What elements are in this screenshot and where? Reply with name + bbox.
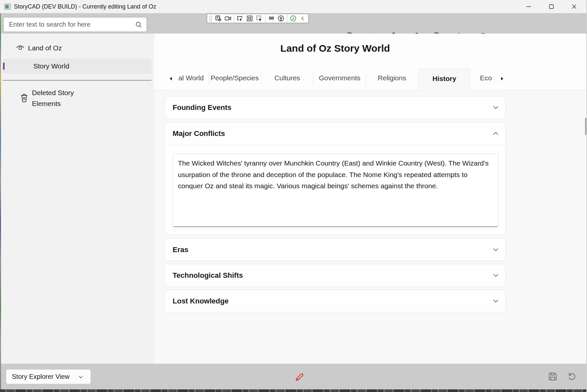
tab-physical-world[interactable]: al World <box>175 68 208 88</box>
toolbar-separator <box>234 14 234 22</box>
tab-religions[interactable]: Religions <box>366 68 418 88</box>
tab-separator <box>261 71 261 85</box>
collapse-chevron-left-icon[interactable] <box>299 14 307 22</box>
trash-icon <box>20 93 29 102</box>
desktop-edge-sliver <box>0 13 1 389</box>
chevron-down-icon <box>79 376 83 379</box>
window-bottom-edge <box>0 389 587 392</box>
section-title: Eras <box>173 239 188 261</box>
minimize-button[interactable] <box>519 0 538 13</box>
tab-people-species[interactable]: People/Species <box>210 68 260 88</box>
tab-cultures[interactable]: Cultures <box>262 68 313 88</box>
view-selector-label: Story Explorer View <box>12 373 70 380</box>
display-layout-adorners-icon[interactable] <box>246 14 253 22</box>
section-major-conflicts: Major Conflicts The Wicked Witches' tyra… <box>165 122 506 235</box>
overview-eye-icon <box>16 44 25 52</box>
chevron-down-icon <box>493 106 498 109</box>
section-technological-shifts: Technological Shifts <box>165 264 506 287</box>
section-title: Lost Knowledge <box>173 290 229 312</box>
tab-governments[interactable]: Governments <box>314 68 366 88</box>
tab-separator <box>209 71 209 85</box>
section-title: Founding Events <box>173 96 231 118</box>
edit-pen-changed-indicator-icon <box>294 372 305 382</box>
page-title: Land of Oz Story World <box>165 43 506 54</box>
search-input[interactable] <box>4 17 147 32</box>
sidebar-divider <box>3 80 152 81</box>
expander-header-lost-knowledge[interactable]: Lost Knowledge <box>165 290 505 312</box>
storycad-window: StoryCAD (DEV BUILD) - Currently editing… <box>0 0 587 392</box>
section-lost-knowledge: Lost Knowledge <box>165 290 506 312</box>
sidebar-item-land-of-oz[interactable]: Land of Oz <box>0 41 154 55</box>
expander-header-eras[interactable]: Eras <box>165 239 505 261</box>
tabs-scroll-right-button[interactable] <box>499 76 505 81</box>
toolbar-separator <box>287 14 287 22</box>
section-founding-events: Founding Events <box>165 96 506 119</box>
view-selector-dropdown[interactable]: Story Explorer View <box>6 369 91 384</box>
expander-divider <box>165 145 505 145</box>
sidebar-item-deleted-story-elements[interactable]: Deleted Story Elements <box>0 86 154 110</box>
selection-indicator <box>3 63 5 70</box>
tab-separator <box>313 71 313 85</box>
sidebar-item-story-world[interactable]: Story World <box>3 59 152 74</box>
track-focused-element-icon[interactable] <box>256 14 263 22</box>
expander-header-technological-shifts[interactable]: Technological Shifts <box>165 264 505 286</box>
screencast-icon[interactable] <box>224 14 232 22</box>
app-icon <box>4 3 11 10</box>
window-title: StoryCAD (DEV BUILD) - Currently editing… <box>14 0 156 13</box>
tab-separator <box>366 71 366 85</box>
search-icon[interactable] <box>135 21 142 28</box>
search-box <box>3 17 147 32</box>
chevron-up-icon <box>493 132 498 135</box>
tab-history[interactable]: History <box>418 68 470 90</box>
section-eras: Eras <box>165 238 506 261</box>
toolbar-separator <box>265 14 266 22</box>
chevron-down-icon <box>493 248 498 251</box>
maximize-button[interactable] <box>542 0 561 13</box>
section-title: Major Conflicts <box>173 122 225 144</box>
drag-grip-icon[interactable] <box>209 15 212 22</box>
accessibility-checker-icon[interactable] <box>277 14 285 22</box>
titlebar: StoryCAD (DEV BUILD) - Currently editing… <box>0 0 587 13</box>
debug-toolbar <box>207 13 309 23</box>
close-button[interactable] <box>565 0 584 13</box>
statusbar: Story Explorer View <box>0 364 587 389</box>
expander-header-founding-events[interactable]: Founding Events <box>165 96 505 118</box>
save-icon[interactable] <box>545 369 560 384</box>
toolbar: ? <box>0 13 587 34</box>
expander-header-major-conflicts[interactable]: Major Conflicts <box>165 122 505 144</box>
sidebar-item-label: Story World <box>33 59 69 74</box>
sidebar: Land of Oz Story World Deleted Story Ele… <box>0 34 154 364</box>
chevron-down-icon <box>493 300 498 302</box>
select-element-icon[interactable] <box>236 14 244 22</box>
sidebar-item-label: Deleted Story Elements <box>32 87 88 109</box>
major-conflicts-textbox[interactable]: The Wicked Witches' tyranny over Munchki… <box>173 154 498 227</box>
sidebar-item-label: Land of Oz <box>28 41 62 55</box>
go-to-live-visual-tree-icon[interactable] <box>214 14 222 22</box>
status-ok-check-icon[interactable] <box>289 14 297 22</box>
tabs-scroll-left-button[interactable] <box>167 76 174 81</box>
hot-reload-icon[interactable] <box>267 14 275 22</box>
section-title: Technological Shifts <box>173 264 243 286</box>
undo-icon[interactable] <box>564 369 579 384</box>
tab-economy[interactable]: Eco <box>473 68 499 88</box>
chevron-down-icon <box>493 274 498 277</box>
